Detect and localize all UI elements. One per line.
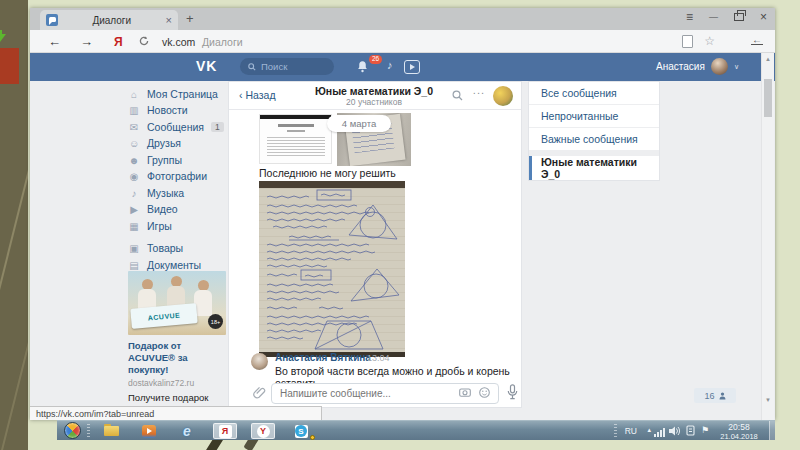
video-play-icon[interactable]	[404, 60, 420, 74]
download-arrow-icon[interactable]	[0, 34, 6, 59]
news-icon: ▥	[128, 105, 140, 116]
emoji-smiley-icon[interactable]	[479, 387, 490, 398]
page-scrollbar[interactable]: ▲ ▼	[761, 53, 774, 420]
market-icon: ▣	[128, 243, 140, 254]
games-icon: ▦	[128, 221, 140, 232]
chat-header: ‹ Назад Юные математики Э_0 20 участнико…	[229, 82, 521, 110]
volume-icon[interactable]	[669, 426, 681, 436]
yandex-logo-icon[interactable]: Я	[114, 35, 123, 49]
yandex-browser-taskbar-icon[interactable]: Я	[213, 423, 237, 439]
video-icon: ▶	[128, 204, 140, 215]
browser-menu-icon[interactable]: ≡	[686, 10, 693, 24]
ad-image: ACUVUE 18+	[128, 271, 226, 335]
filter-important[interactable]: Важные сообщения	[529, 128, 659, 150]
flag-icon[interactable]: ⚑	[701, 425, 709, 435]
filter-all-messages[interactable]: Все сообщения	[529, 82, 659, 105]
sidebar-item-my-page[interactable]: ⌂ Моя Страница	[128, 87, 222, 101]
person-icon	[719, 392, 726, 400]
microphone-icon[interactable]	[507, 384, 518, 400]
minimize-button[interactable]: —	[709, 12, 718, 22]
message-attachment-photo[interactable]	[259, 114, 332, 164]
sidebar-item-news[interactable]: ▥ Новости	[128, 103, 222, 117]
groups-icon: ☻	[128, 155, 140, 166]
filter-unread[interactable]: Непрочитанные	[529, 105, 659, 128]
scrollbar-thumb[interactable]	[764, 79, 772, 117]
sidebar-item-groups[interactable]: ☻ Группы	[128, 153, 222, 167]
chat-avatar[interactable]	[493, 86, 513, 106]
taskbar-grip	[87, 424, 90, 438]
browser-toolbar: ← → Я vk.com Диалоги ☆ ←	[30, 30, 775, 53]
refresh-icon[interactable]	[138, 35, 150, 47]
sidebar-item-friends[interactable]: ☺ Друзья	[128, 136, 222, 150]
language-indicator[interactable]: RU	[625, 426, 637, 436]
sidebar-ad[interactable]: ACUVUE 18+ Подарок от ACUVUE® за покупку…	[128, 271, 226, 420]
ad-title[interactable]: Подарок от ACUVUE® за покупку!	[128, 340, 226, 376]
sidebar-item-video[interactable]: ▶ Видео	[128, 202, 222, 216]
chevron-down-icon: ∨	[734, 63, 739, 71]
bookmark-star-icon[interactable]: ☆	[704, 34, 715, 48]
sidebar-item-photos[interactable]: ◉ Фотографии	[128, 169, 222, 183]
vk-top-bar: VK Поиск 26 ♪ Анастасия ∨	[30, 53, 775, 81]
bell-icon[interactable]	[356, 60, 369, 73]
restore-button[interactable]	[734, 13, 744, 21]
vk-page: VK Поиск 26 ♪ Анастасия ∨	[30, 53, 775, 420]
sidebar-item-market[interactable]: ▣ Товары	[128, 241, 222, 255]
ad-domain: dostavkalinz72.ru	[128, 378, 226, 388]
members-online-badge[interactable]: 16	[694, 388, 736, 403]
selected-chat-item[interactable]: Юные математики Э_0	[529, 156, 659, 180]
message-text: Последнюю не могу решить	[259, 167, 396, 179]
tray-grip	[614, 424, 617, 438]
skype-taskbar-icon[interactable]: S	[289, 423, 313, 439]
vk-user-menu[interactable]: Анастасия ∨	[656, 58, 739, 75]
action-center-icon[interactable]	[686, 425, 695, 436]
camera-icon[interactable]	[459, 387, 471, 397]
page-actions-icon[interactable]	[682, 35, 693, 48]
docs-icon: ▤	[128, 260, 140, 271]
ad-product-box: ACUVUE	[130, 303, 197, 329]
scroll-down-icon[interactable]: ▼	[762, 397, 774, 403]
internet-explorer-taskbar-icon[interactable]: e	[175, 423, 199, 439]
back-link[interactable]: ‹ Назад	[239, 89, 276, 101]
status-url-tooltip: https://vk.com/im?tab=unread	[30, 406, 322, 420]
sidebar-item-docs[interactable]: ▤ Документы	[128, 258, 222, 272]
chat-menu-icon[interactable]: ...	[473, 84, 485, 96]
url-page-title[interactable]: Диалоги	[202, 36, 243, 48]
chat-members-count[interactable]: 20 участников	[289, 97, 459, 107]
date-separator: 4 марта	[327, 115, 391, 132]
photos-icon: ◉	[128, 171, 140, 182]
vk-search-input[interactable]: Поиск	[240, 58, 334, 75]
downloads-button[interactable]: ←	[751, 35, 763, 45]
forward-button[interactable]: →	[80, 34, 93, 49]
age-restriction-badge: 18+	[208, 314, 223, 329]
messages-count-badge: 1	[211, 122, 224, 133]
math-notebook-photo[interactable]	[259, 181, 405, 357]
attach-paperclip-icon[interactable]	[253, 386, 266, 400]
tab-close-icon[interactable]: ×	[166, 15, 172, 26]
browser-tab-dialogs[interactable]: Диалоги ×	[40, 10, 178, 30]
back-button[interactable]: ←	[48, 34, 61, 49]
media-player-taskbar-icon[interactable]	[137, 423, 161, 439]
tray-clock[interactable]: 20:58 21.04.2018	[713, 423, 765, 441]
tray-expand-icon[interactable]: ▴	[647, 426, 651, 434]
show-desktop-button[interactable]	[769, 421, 775, 440]
sidebar-item-games[interactable]: ▦ Игры	[128, 219, 222, 233]
sender-name[interactable]: Анастасия Вяткина	[275, 352, 371, 363]
chat-search-icon[interactable]	[452, 90, 463, 101]
sidebar-item-messages[interactable]: ✉ Сообщения 1	[128, 120, 222, 134]
yandex-search-taskbar-icon[interactable]: Y	[251, 423, 275, 439]
tray-date: 21.04.2018	[713, 433, 765, 442]
search-placeholder: Поиск	[261, 61, 287, 72]
url-domain[interactable]: vk.com	[162, 36, 195, 48]
explorer-taskbar-icon[interactable]	[99, 423, 123, 439]
sidebar-item-music[interactable]: ♪ Музыка	[128, 186, 222, 200]
close-button[interactable]: ×	[760, 10, 767, 24]
music-icon[interactable]: ♪	[387, 59, 393, 71]
start-button[interactable]	[64, 422, 81, 439]
sender-avatar[interactable]	[251, 353, 268, 370]
message-time: 13:04	[367, 353, 390, 363]
vk-logo[interactable]: VK	[196, 58, 217, 74]
network-signal-icon[interactable]	[654, 428, 665, 437]
vk-favicon-icon	[46, 14, 58, 26]
new-tab-button[interactable]: +	[186, 11, 194, 26]
scroll-up-icon[interactable]: ▲	[762, 56, 774, 62]
